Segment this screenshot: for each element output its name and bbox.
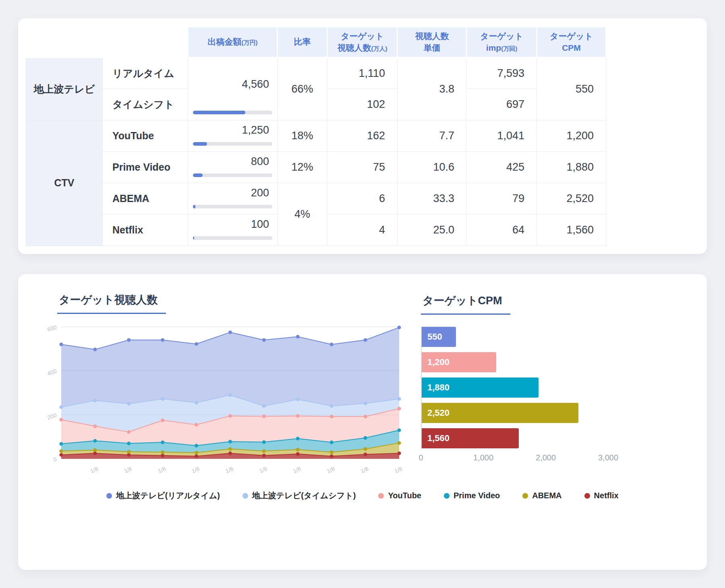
cpm-bar-row-1: 1,200 [422, 352, 608, 372]
spend-bar-track [193, 236, 272, 240]
spend-bar-fill [193, 142, 207, 146]
col-header-audience-line1: ターゲット [341, 31, 384, 41]
cell-imp-timeshift: 697 [467, 89, 537, 120]
spend-bar-track [193, 173, 272, 177]
svg-text:1/8: 1/8 [394, 465, 403, 475]
group-cell-terrestrial: 地上波テレビ [26, 58, 103, 120]
spend-bar-fill [193, 205, 195, 208]
cell-unitprice-youtube: 7.7 [398, 120, 467, 152]
cell-unitprice-terrestrial: 3.8 [398, 58, 467, 120]
cell-audience-realtime: 1,110 [327, 58, 398, 89]
row-label-timeshift: タイムシフト [103, 89, 188, 120]
cpm-bar-row-2: 1,880 [422, 378, 608, 398]
legend-item-0[interactable]: 地上波テレビ(リアルタイム) [106, 490, 220, 501]
cell-audience-primevideo: 75 [327, 152, 398, 183]
cell-spend-youtube: 1,250 [188, 120, 278, 152]
cell-ratio-abema-netflix: 4% [278, 183, 327, 246]
group-cell-ctv: CTV [26, 120, 103, 246]
svg-text:600: 600 [46, 324, 57, 333]
audience-stacked-area-chart: 02004006001/81/81/81/81/81/81/81/81/81/8 [40, 320, 405, 477]
col-header-target-audience: ターゲット 視聴人数(万人) [327, 27, 398, 58]
col-header-imp-line2: imp [486, 43, 501, 52]
cpm-axis-tick-2: 2,000 [536, 453, 556, 462]
col-header-cpm-line1: ターゲット [550, 31, 593, 41]
cell-cpm-youtube: 1,200 [537, 120, 606, 152]
col-header-cpm-line2: CPM [562, 43, 581, 52]
col-header-unitprice-line2: 単価 [424, 43, 441, 52]
spend-value: 1,250 [188, 124, 277, 136]
cpm-bar-row-3: 2,520 [422, 403, 608, 423]
svg-text:1/8: 1/8 [157, 465, 167, 475]
header-blank-cell [26, 27, 188, 58]
spend-bar-fill [193, 173, 203, 177]
cell-cpm-terrestrial: 550 [537, 58, 606, 120]
table-row-primevideo: Prime Video 800 12% 75 10.6 425 1,880 [26, 152, 606, 183]
svg-text:1/8: 1/8 [123, 465, 133, 475]
cell-spend-terrestrial: 4,560 [188, 58, 278, 120]
svg-text:0: 0 [52, 456, 58, 463]
row-label-primevideo: Prime Video [103, 152, 188, 183]
audience-chart-section: ターゲット視聴人数 02004006001/81/81/81/81/81/81/… [40, 290, 405, 477]
cell-audience-abema: 6 [327, 183, 398, 215]
legend-label: ABEMA [532, 491, 561, 500]
col-header-target-imp: ターゲット imp(万回) [467, 27, 537, 58]
legend-item-5[interactable]: Netflix [584, 491, 619, 500]
cell-spend-netflix: 100 [188, 215, 278, 246]
cpm-chart-section: ターゲットCPM 5501,2001,8802,5201,560 01,0002… [421, 290, 646, 477]
cell-audience-timeshift: 102 [327, 89, 398, 120]
col-header-unitprice-line1: 視聴人数 [415, 31, 449, 41]
cpm-bar-chart: 5501,2001,8802,5201,560 01,0002,0003,000 [421, 327, 608, 467]
table-row-abema: ABEMA 200 4% 6 33.3 79 2,520 [26, 183, 606, 215]
legend-dot-icon [106, 493, 112, 499]
cpm-bar-value: 550 [422, 332, 442, 342]
cpm-bar-row-4: 1,560 [422, 428, 608, 448]
svg-text:1/8: 1/8 [89, 465, 99, 475]
cpm-x-axis: 01,0002,0003,000 [421, 453, 608, 467]
chart-legend: 地上波テレビ(リアルタイム)地上波テレビ(タイムシフト)YouTubePrime… [40, 490, 685, 501]
spend-bar-track [193, 111, 272, 114]
row-label-abema: ABEMA [103, 183, 188, 215]
legend-item-4[interactable]: ABEMA [522, 491, 561, 500]
cell-cpm-primevideo: 1,880 [537, 152, 606, 183]
cell-imp-abema: 79 [467, 183, 537, 215]
cpm-bar-row-0: 550 [422, 327, 608, 347]
col-header-imp-line1: ターゲット [480, 31, 523, 41]
legend-label: Prime Video [454, 491, 500, 500]
cell-audience-netflix: 4 [327, 215, 398, 246]
cell-spend-primevideo: 800 [188, 152, 278, 183]
cpm-bar-value: 1,880 [422, 382, 450, 393]
cpm-bar-3: 2,520 [422, 403, 578, 423]
col-header-target-cpm: ターゲット CPM [537, 27, 606, 58]
row-label-netflix: Netflix [103, 215, 188, 246]
legend-dot-icon [522, 493, 528, 499]
cpm-axis-tick-1: 1,000 [473, 453, 493, 462]
svg-text:400: 400 [46, 368, 57, 377]
table-row-realtime: 地上波テレビ リアルタイム 4,560 66% 1,110 3.8 7,593 … [26, 58, 606, 89]
spend-value: 800 [188, 155, 277, 168]
row-label-realtime: リアルタイム [103, 58, 188, 89]
cpm-axis-tick-3: 3,000 [598, 453, 618, 462]
col-header-audience-unit: (万人) [371, 45, 387, 52]
cpm-bar-2: 1,880 [422, 378, 539, 398]
legend-item-1[interactable]: 地上波テレビ(タイムシフト) [242, 490, 356, 501]
svg-text:1/8: 1/8 [292, 465, 302, 475]
cell-ratio-primevideo: 12% [278, 152, 327, 183]
legend-item-2[interactable]: YouTube [378, 491, 421, 500]
cell-cpm-abema: 2,520 [537, 183, 606, 215]
svg-text:1/8: 1/8 [191, 465, 200, 475]
cell-spend-abema: 200 [188, 183, 278, 215]
cell-imp-primevideo: 425 [467, 152, 537, 183]
cell-audience-youtube: 162 [327, 120, 398, 152]
cell-unitprice-abema: 33.3 [398, 183, 467, 215]
cell-imp-youtube: 1,041 [467, 120, 537, 152]
legend-dot-icon [444, 493, 450, 499]
spend-value: 4,560 [188, 58, 277, 111]
cpm-bar-value: 2,520 [422, 408, 450, 418]
cpm-bar-4: 1,560 [422, 428, 519, 448]
legend-item-3[interactable]: Prime Video [444, 491, 500, 500]
charts-card: ターゲット視聴人数 02004006001/81/81/81/81/81/81/… [18, 274, 707, 570]
spend-bar-track [193, 142, 272, 146]
col-header-ratio: 比率 [278, 27, 327, 58]
cpm-bars: 5501,2001,8802,5201,560 [421, 327, 608, 448]
legend-dot-icon [584, 493, 590, 499]
